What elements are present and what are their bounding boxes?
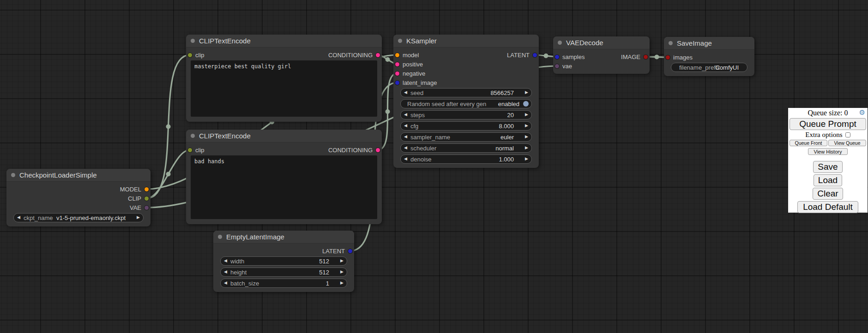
settings-gear-icon[interactable]: ⚙	[859, 109, 865, 116]
graph-canvas[interactable]: CheckpointLoaderSimpleMODELCLIPVAE◀▶ckpt…	[0, 0, 868, 333]
node-checkpoint-loader[interactable]: CheckpointLoaderSimpleMODELCLIPVAE◀▶ckpt…	[6, 169, 151, 226]
latent_image-input-port[interactable]: latent_image	[395, 79, 437, 86]
image-output-port[interactable]: IMAGE	[621, 54, 648, 60]
vae-output-port[interactable]: VAE	[130, 204, 149, 211]
filename_prefix-widget[interactable]: filename_prefixComfyUI	[671, 63, 747, 72]
increment-arrow-icon[interactable]: ▶	[525, 90, 528, 95]
node-title-bar[interactable]: CheckpointLoaderSimple	[6, 169, 151, 182]
prompt-textarea[interactable]: masterpiece best quality girl	[191, 60, 377, 117]
output-port-dot-icon[interactable]	[145, 206, 149, 210]
increment-arrow-icon[interactable]: ▶	[525, 146, 528, 150]
load-button[interactable]: Load	[814, 174, 842, 186]
queue-prompt-button[interactable]: Queue Prompt	[790, 118, 866, 130]
collapse-dot-icon[interactable]	[669, 41, 673, 45]
collapse-dot-icon[interactable]	[191, 134, 195, 138]
collapse-dot-icon[interactable]	[191, 39, 195, 43]
input-port-dot-icon[interactable]	[395, 62, 399, 66]
Random seed after every gen-widget[interactable]: Random seed after every genenabled	[400, 99, 532, 108]
input-port-dot-icon[interactable]	[395, 81, 399, 85]
latent-output-port[interactable]: LATENT	[322, 248, 352, 255]
decrement-arrow-icon[interactable]: ◀	[17, 215, 20, 220]
node-title-bar[interactable]: EmptyLatentImage	[213, 231, 354, 244]
collapse-dot-icon[interactable]	[398, 39, 402, 43]
model-input-port[interactable]: model	[395, 52, 419, 59]
samples-input-port[interactable]: samples	[555, 54, 585, 60]
sampler_name-widget[interactable]: ◀▶sampler_nameeuler	[400, 132, 532, 142]
decrement-arrow-icon[interactable]: ◀	[404, 113, 407, 117]
height-widget[interactable]: ◀▶height512	[220, 268, 347, 277]
node-ksampler[interactable]: KSamplermodelLATENTpositivenegativelaten…	[393, 35, 539, 168]
view-history-button[interactable]: View History	[808, 148, 848, 155]
output-port-dot-icon[interactable]	[533, 53, 537, 57]
cfg-widget[interactable]: ◀▶cfg8.000	[400, 121, 532, 131]
node-title-bar[interactable]: KSampler	[393, 35, 539, 48]
queue-front-button[interactable]: Queue Front	[790, 140, 827, 146]
input-port-dot-icon[interactable]	[555, 55, 559, 59]
save-button[interactable]: Save	[813, 161, 842, 173]
input-port-dot-icon[interactable]	[395, 71, 399, 76]
collapse-dot-icon[interactable]	[11, 173, 15, 177]
conditioning-output-port[interactable]: CONDITIONING	[328, 147, 380, 154]
increment-arrow-icon[interactable]: ▶	[340, 270, 344, 274]
view-queue-button[interactable]: View Queue	[828, 140, 866, 146]
node-title-bar[interactable]: SaveImage	[664, 37, 754, 50]
extra-options-checkbox[interactable]	[845, 132, 850, 137]
latent-output-port[interactable]: LATENT	[507, 52, 537, 59]
output-port-dot-icon[interactable]	[376, 148, 380, 152]
output-port-dot-icon[interactable]	[145, 196, 149, 201]
batch_size-widget[interactable]: ◀▶batch_size1	[220, 279, 347, 288]
output-port-dot-icon[interactable]	[145, 187, 149, 191]
prompt-textarea[interactable]: bad hands	[191, 155, 377, 219]
decrement-arrow-icon[interactable]: ◀	[224, 270, 227, 274]
node-title-bar[interactable]: VAEDecode	[553, 36, 650, 49]
input-port-dot-icon[interactable]	[395, 53, 399, 57]
steps-widget[interactable]: ◀▶steps20	[400, 110, 532, 119]
decrement-arrow-icon[interactable]: ◀	[404, 146, 407, 150]
node-vae-decode[interactable]: VAEDecodesamplesIMAGEvae	[553, 36, 650, 74]
collapse-dot-icon[interactable]	[218, 235, 222, 239]
scheduler-widget[interactable]: ◀▶schedulernormal	[400, 143, 532, 153]
decrement-arrow-icon[interactable]: ◀	[404, 135, 407, 139]
model-output-port[interactable]: MODEL	[120, 186, 149, 193]
collapse-dot-icon[interactable]	[558, 41, 562, 45]
ckpt_name-widget[interactable]: ◀▶ckpt_namev1-5-pruned-emaonly.ckpt	[13, 213, 144, 222]
decrement-arrow-icon[interactable]: ◀	[404, 157, 407, 161]
conditioning-output-port[interactable]: CONDITIONING	[328, 52, 380, 59]
clip-input-port[interactable]: clip	[188, 147, 205, 154]
increment-arrow-icon[interactable]: ▶	[525, 124, 528, 128]
clip-output-port[interactable]: CLIP	[128, 195, 149, 202]
increment-arrow-icon[interactable]: ▶	[525, 157, 528, 161]
clip-input-port[interactable]: clip	[188, 52, 205, 59]
increment-arrow-icon[interactable]: ▶	[137, 215, 140, 220]
output-port-dot-icon[interactable]	[644, 55, 648, 59]
clear-button[interactable]: Clear	[813, 188, 843, 200]
images-input-port[interactable]: images	[666, 54, 693, 61]
increment-arrow-icon[interactable]: ▶	[525, 113, 528, 117]
input-port-dot-icon[interactable]	[188, 53, 192, 57]
negative-input-port[interactable]: negative	[395, 70, 425, 77]
input-port-dot-icon[interactable]	[666, 55, 670, 59]
denoise-widget[interactable]: ◀▶denoise1.000	[400, 155, 532, 164]
output-port-dot-icon[interactable]	[376, 53, 380, 57]
increment-arrow-icon[interactable]: ▶	[525, 135, 528, 139]
input-port-dot-icon[interactable]	[188, 148, 192, 152]
input-port-dot-icon[interactable]	[555, 64, 559, 68]
node-save-image[interactable]: SaveImageimagesfilename_prefixComfyUI	[664, 37, 754, 76]
node-title-bar[interactable]: CLIPTextEncode	[186, 130, 382, 143]
node-clip-encode-positive[interactable]: CLIPTextEncodeclipCONDITIONINGmasterpiec…	[186, 35, 382, 122]
decrement-arrow-icon[interactable]: ◀	[224, 259, 227, 263]
width-widget[interactable]: ◀▶width512	[220, 256, 347, 266]
increment-arrow-icon[interactable]: ▶	[340, 259, 344, 263]
output-port-dot-icon[interactable]	[348, 249, 352, 253]
seed-widget[interactable]: ◀▶seed8566257	[400, 88, 532, 97]
positive-input-port[interactable]: positive	[395, 61, 423, 68]
node-clip-encode-negative[interactable]: CLIPTextEncodeclipCONDITIONINGbad hands	[186, 130, 382, 224]
decrement-arrow-icon[interactable]: ◀	[224, 281, 227, 285]
decrement-arrow-icon[interactable]: ◀	[404, 124, 407, 128]
toggle-on-dot-icon[interactable]	[523, 101, 529, 107]
increment-arrow-icon[interactable]: ▶	[340, 281, 344, 285]
load-default-button[interactable]: Load Default	[797, 201, 858, 213]
decrement-arrow-icon[interactable]: ◀	[404, 90, 407, 95]
node-empty-latent-image[interactable]: EmptyLatentImageLATENT◀▶width512◀▶height…	[213, 231, 354, 292]
node-title-bar[interactable]: CLIPTextEncode	[186, 35, 382, 48]
